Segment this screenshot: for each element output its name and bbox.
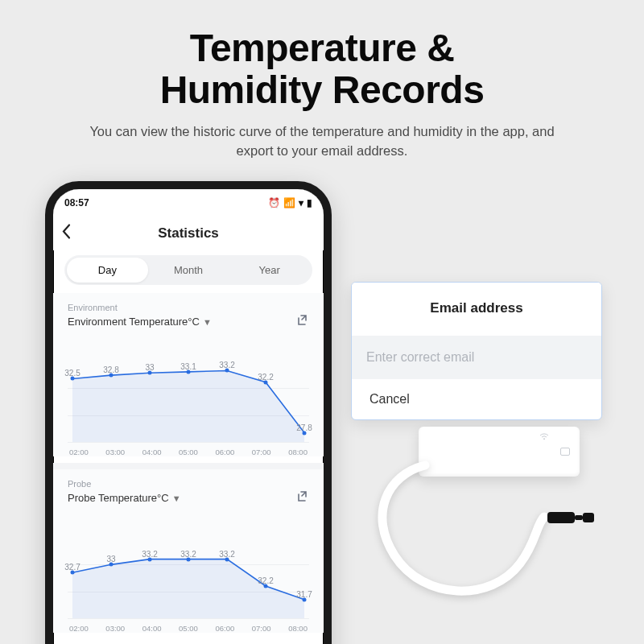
chart-x-axis: 02:0003:0004:0005:0006:0007:0008:00 [68, 448, 309, 456]
section-divider [53, 463, 324, 469]
chart-point-label: 33.2 [219, 550, 234, 559]
chart-point-label: 32.2 [258, 373, 273, 382]
wifi-icon: ▾ [299, 197, 303, 208]
sensor-cable [354, 427, 596, 636]
page-title: Statistics [158, 225, 219, 242]
popup-title: Email address [352, 283, 601, 336]
email-export-popup: Email address Enter correct email Cancel [351, 282, 602, 420]
export-button-env[interactable] [296, 314, 309, 329]
chart-x-tick: 03:00 [105, 448, 125, 456]
popup-pointer [351, 297, 352, 313]
chevron-down-icon: ▼ [203, 317, 212, 327]
env-category-label: Environment [68, 303, 309, 312]
chart-point-label: 27.8 [296, 423, 312, 431]
chart-x-tick: 05:00 [179, 448, 198, 456]
chart-x-tick: 06:00 [215, 624, 234, 633]
chart-environment: 32.532.83333.133.232.227.802:0003:0004:0… [68, 344, 309, 456]
chart-x-tick: 02:00 [69, 448, 89, 456]
chart-x-tick: 08:00 [288, 448, 308, 456]
back-button[interactable] [61, 224, 72, 244]
tab-year[interactable]: Year [229, 258, 310, 283]
chart-probe: 32.73333.233.233.232.231.702:0003:0004:0… [68, 520, 309, 633]
chart-x-tick: 02:00 [69, 624, 89, 633]
chart-point-label: 32.5 [64, 369, 80, 378]
probe-category-label: Probe [68, 479, 309, 489]
battery-icon: ▮ [307, 197, 312, 208]
headline-line1: Temperature & [0, 27, 644, 69]
app-header: Statistics [53, 217, 324, 250]
chart-x-tick: 07:00 [252, 448, 271, 456]
chart-point-label: 31.7 [296, 590, 312, 599]
chart-x-tick: 04:00 [142, 624, 162, 633]
marketing-headline: Temperature & Humidity Records [0, 0, 644, 111]
chart-x-tick: 07:00 [252, 624, 271, 633]
chart-point-label: 32.8 [103, 365, 118, 374]
chevron-down-icon: ▼ [172, 493, 181, 503]
cancel-button[interactable]: Cancel [369, 392, 410, 407]
export-button-probe[interactable] [296, 490, 309, 506]
phone-statusbar: 08:57 ⏰ 📶 ▾ ▮ [53, 189, 324, 217]
statusbar-icons: ⏰ 📶 ▾ ▮ [268, 197, 312, 208]
temperature-probe [547, 504, 599, 531]
chart-x-axis: 02:0003:0004:0005:0006:0007:0008:00 [68, 624, 309, 633]
section-probe: Probe Probe Temperature°C ▼ 32.73333.233… [53, 469, 324, 633]
headline-line2: Humidity Records [0, 69, 644, 111]
probe-metric-dropdown[interactable]: Probe Temperature°C ▼ [68, 492, 181, 504]
chart-point-label: 33.2 [219, 361, 234, 369]
marketing-subhead: You can view the historic curve of the t… [72, 122, 572, 161]
chart-point-label: 32.7 [64, 563, 80, 572]
chart-point-label: 33 [145, 363, 154, 372]
tab-day[interactable]: Day [67, 258, 148, 283]
alarm-icon: ⏰ [268, 197, 280, 208]
device-illustration [354, 427, 596, 636]
env-metric-label: Environment Temperature°C [68, 316, 200, 328]
chart-x-tick: 05:00 [179, 624, 198, 633]
chart-point-label: 33.1 [180, 362, 196, 371]
signal-icon: 📶 [283, 197, 295, 208]
statusbar-time: 08:57 [64, 197, 89, 208]
chart-point-label: 33.2 [180, 550, 196, 559]
chart-point-label: 33 [106, 555, 115, 564]
env-metric-dropdown[interactable]: Environment Temperature°C ▼ [68, 316, 212, 328]
tab-month[interactable]: Month [148, 258, 229, 283]
range-segmented-control: Day Month Year [64, 255, 312, 285]
email-input[interactable]: Enter correct email [352, 336, 601, 379]
chart-x-tick: 04:00 [142, 448, 162, 456]
chart-x-tick: 06:00 [215, 448, 234, 456]
chart-x-tick: 03:00 [105, 624, 125, 633]
chart-x-tick: 08:00 [288, 624, 308, 633]
chart-point-label: 33.2 [142, 550, 157, 559]
section-environment: Environment Environment Temperature°C ▼ … [53, 293, 324, 456]
chart-point-label: 32.2 [258, 576, 273, 585]
probe-metric-label: Probe Temperature°C [68, 492, 169, 504]
phone-frame: 08:57 ⏰ 📶 ▾ ▮ Statistics Day Month Year … [45, 181, 332, 644]
